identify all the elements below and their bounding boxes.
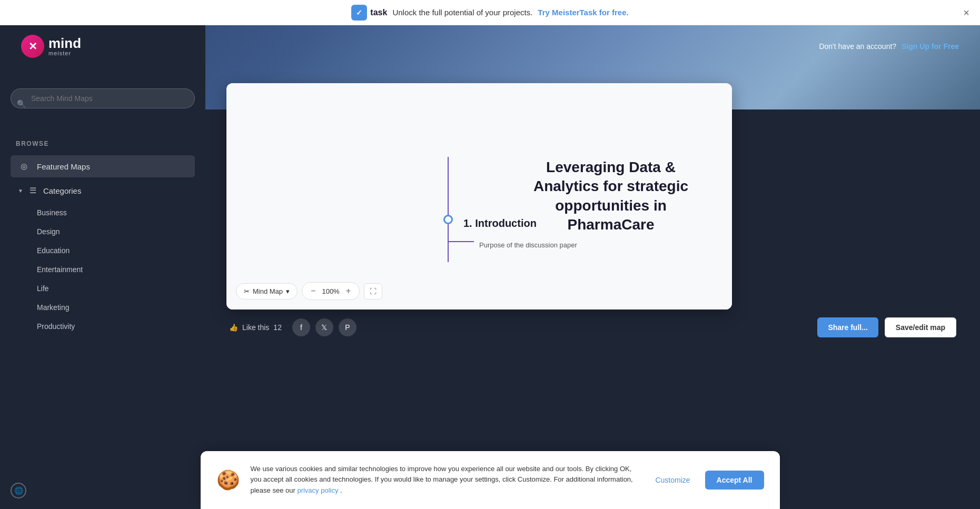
zoom-level: 100% bbox=[322, 287, 339, 295]
customize-button[interactable]: Customize bbox=[647, 471, 698, 490]
sidebar-item-categories[interactable]: ▼ ☰ Categories bbox=[11, 179, 195, 202]
main-container: ✕ mind meister Don't have an account? Si… bbox=[0, 25, 980, 509]
categories-icon: ☰ bbox=[27, 185, 39, 196]
map-vertical-line bbox=[448, 157, 449, 262]
sidebar: 🔍 BROWSE ◎ Featured Maps ▼ ☰ Categories … bbox=[0, 25, 205, 509]
sidebar-item-business[interactable]: Business bbox=[11, 204, 195, 222]
banner-link[interactable]: Try MeisterTask for free. bbox=[538, 8, 628, 17]
cookie-icon: 🍪 bbox=[216, 469, 240, 491]
map-card: 1. Introduction Purpose of the discussio… bbox=[226, 83, 732, 310]
like-count: 12 bbox=[273, 323, 282, 332]
sidebar-item-productivity[interactable]: Productivity bbox=[11, 317, 195, 335]
zoom-plus-button[interactable]: + bbox=[344, 286, 353, 296]
logo-icon: ✕ bbox=[21, 35, 44, 58]
cookie-link-end: . bbox=[340, 486, 342, 494]
main-content: 1. Introduction Purpose of the discussio… bbox=[205, 25, 980, 509]
meistertask-logo: ✓ task bbox=[351, 5, 387, 21]
sidebar-item-education[interactable]: Education bbox=[11, 242, 195, 260]
banner-text: Unlock the full potential of your projec… bbox=[392, 8, 532, 17]
search-input[interactable] bbox=[11, 88, 195, 108]
globe-icon[interactable]: 🌐 bbox=[11, 483, 26, 498]
sidebar-item-life[interactable]: Life bbox=[11, 280, 195, 297]
share-full-button[interactable]: Share full... bbox=[817, 317, 878, 337]
logo-meister: meister bbox=[48, 50, 81, 56]
browse-label: BROWSE bbox=[11, 140, 195, 147]
categories-label: Categories bbox=[43, 186, 82, 195]
map-intro-label: 1. Introduction bbox=[463, 217, 537, 229]
map-content: 1. Introduction Purpose of the discussio… bbox=[226, 83, 732, 310]
like-section: 👍 Like this 12 bbox=[229, 323, 282, 332]
meistertask-logo-icon: ✓ bbox=[351, 5, 367, 21]
map-title: Leveraging Data & Analytics for strategi… bbox=[532, 158, 690, 235]
map-node bbox=[443, 215, 453, 224]
signup-link[interactable]: Sign Up for Free bbox=[902, 42, 959, 51]
sidebar-item-design[interactable]: Design bbox=[11, 223, 195, 241]
privacy-policy-link[interactable]: privacy policy bbox=[297, 486, 338, 494]
arrow-down-icon: ▼ bbox=[18, 188, 23, 194]
header-bar: ✕ mind meister Don't have an account? Si… bbox=[0, 25, 980, 67]
featured-maps-icon: ◎ bbox=[18, 161, 29, 172]
action-bar: 👍 Like this 12 f 𝕏 P Share full... Save/… bbox=[226, 317, 959, 337]
zoom-minus-button[interactable]: − bbox=[309, 286, 318, 296]
edit-map-button[interactable]: Save/edit map bbox=[885, 317, 956, 337]
zoom-controls: − 100% + bbox=[302, 282, 360, 300]
featured-maps-label: Featured Maps bbox=[37, 162, 90, 171]
pinterest-icon[interactable]: P bbox=[339, 318, 357, 336]
meistertask-logo-text: task bbox=[370, 8, 387, 17]
facebook-icon[interactable]: f bbox=[292, 318, 310, 336]
twitter-icon[interactable]: 𝕏 bbox=[315, 318, 333, 336]
sidebar-bottom: 🌐 bbox=[11, 483, 26, 498]
cookie-actions: Customize Accept All bbox=[647, 471, 764, 490]
cookie-text: We use various cookies and similar techn… bbox=[251, 464, 637, 496]
mindmeister-logo: ✕ mind meister bbox=[21, 35, 81, 58]
scissors-icon: ✂ bbox=[244, 287, 250, 295]
no-account-text: Don't have an account? bbox=[819, 42, 896, 51]
fullscreen-button[interactable]: ⛶ bbox=[364, 283, 382, 300]
map-branch-line bbox=[448, 241, 474, 242]
sidebar-item-marketing[interactable]: Marketing bbox=[11, 298, 195, 316]
search-wrapper: 🔍 bbox=[11, 83, 195, 124]
header-right: Don't have an account? Sign Up for Free bbox=[819, 42, 959, 51]
sidebar-item-featured-maps[interactable]: ◎ Featured Maps bbox=[11, 155, 195, 177]
map-type-label: Mind Map bbox=[253, 287, 283, 295]
cookie-banner: 🍪 We use various cookies and similar tec… bbox=[201, 451, 780, 509]
like-text: Like this bbox=[242, 323, 269, 332]
chevron-down-icon: ▾ bbox=[286, 287, 290, 295]
action-buttons: Share full... Save/edit map bbox=[817, 317, 956, 337]
like-icon: 👍 bbox=[229, 323, 238, 332]
map-type-button[interactable]: ✂ Mind Map ▾ bbox=[236, 283, 298, 300]
map-sub-label: Purpose of the discussion paper bbox=[479, 241, 577, 249]
map-toolbar: ✂ Mind Map ▾ − 100% + ⛶ bbox=[236, 282, 382, 300]
sidebar-item-entertainment[interactable]: Entertainment bbox=[11, 261, 195, 278]
logo-mind: mind bbox=[48, 36, 81, 50]
social-icons: f 𝕏 P bbox=[292, 318, 357, 336]
accept-all-button[interactable]: Accept All bbox=[705, 471, 764, 490]
top-banner: ✓ task Unlock the full potential of your… bbox=[0, 0, 980, 25]
banner-close-button[interactable]: × bbox=[963, 6, 969, 18]
logo-text: mind meister bbox=[48, 36, 81, 56]
